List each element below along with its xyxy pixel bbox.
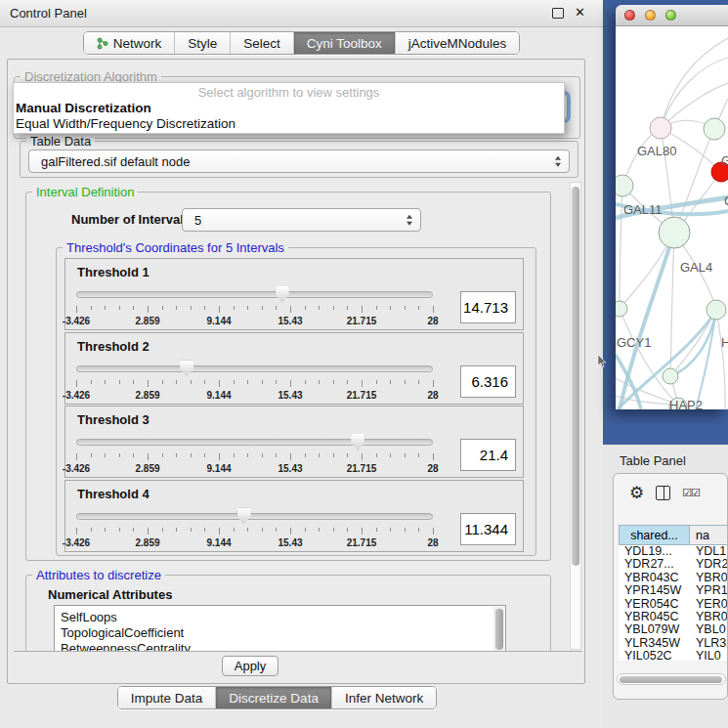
slider-tick — [319, 453, 320, 457]
select-columns-icon[interactable]: ☑☑ — [682, 487, 700, 499]
tab-jactivemnodules[interactable]: jActiveMNodules — [395, 32, 520, 54]
network-node[interactable] — [704, 118, 725, 140]
algorithm-option-manual-discretization[interactable]: Manual Discretization — [14, 101, 564, 116]
table-cell: YPR145W — [619, 584, 690, 597]
threshold-slider[interactable]: -3.4262.8599.14415.4321.71528 — [76, 506, 433, 549]
zoom-traffic-light-icon[interactable] — [665, 10, 676, 21]
tab-label: Impute Data — [131, 691, 203, 706]
slider-handle[interactable] — [276, 286, 289, 303]
column-header-name[interactable]: na — [690, 525, 728, 545]
network-node[interactable] — [663, 368, 678, 384]
slider-handle[interactable] — [351, 434, 364, 450]
table-row[interactable]: YDR27...YDR2 — [619, 558, 728, 571]
network-node[interactable] — [659, 217, 690, 248]
numerical-attributes-list[interactable]: SelfLoopsTopologicalCoefficientBetweenne… — [54, 605, 506, 651]
slider-tick-label: 2.859 — [135, 316, 159, 326]
table-row[interactable]: YDL19...YDL1 — [619, 545, 728, 558]
tab-network[interactable]: Network — [84, 32, 175, 54]
slider-tick-label: 2.859 — [135, 463, 159, 474]
combo-spinner-icon — [555, 156, 561, 167]
slider-tick — [247, 528, 248, 532]
threshold-panel-1: Threshold 1-3.4262.8599.14415.4321.71528… — [64, 258, 524, 330]
table-row[interactable]: YER054CYER0 — [619, 598, 728, 611]
slider-tick — [133, 453, 134, 457]
slider-tick-label: 15.43 — [278, 390, 302, 401]
network-node[interactable] — [650, 117, 671, 139]
threshold-slider[interactable]: -3.4262.8599.14415.4321.71528 — [76, 284, 433, 327]
table-row[interactable]: YLR345WYLR3 — [619, 637, 728, 650]
attribute-item-selfloops[interactable]: SelfLoops — [55, 610, 505, 625]
tab-cyni-toolbox[interactable]: Cyni Toolbox — [293, 32, 395, 54]
slider-track[interactable] — [76, 291, 433, 298]
network-node[interactable] — [616, 301, 627, 317]
float-window-icon[interactable] — [552, 8, 564, 19]
slider-tick — [247, 453, 248, 457]
slider-tick — [418, 306, 419, 310]
tab-impute-data[interactable]: Impute Data — [118, 687, 216, 708]
table-row[interactable]: YIL052CYIL0 — [619, 650, 728, 661]
settings-gear-icon[interactable]: ⚙ — [629, 485, 644, 501]
number-of-intervals-select[interactable]: 5 — [182, 208, 421, 232]
table-row[interactable]: YBR043CYBR0 — [619, 572, 728, 584]
network-canvas[interactable]: GAL80GACGAL11GAL4GCY1HHAP2 — [616, 26, 728, 409]
table-row[interactable]: YBR045CYBR0 — [619, 611, 728, 623]
slider-handle[interactable] — [180, 361, 193, 377]
combo-spinner-icon — [407, 215, 412, 226]
slider-tick-label: 21.715 — [347, 316, 377, 326]
algorithm-option-equal-width-frequency-discretization[interactable]: Equal Width/Frequency Discretization — [14, 116, 564, 132]
slider-handle[interactable] — [237, 508, 251, 525]
node-label-gal4: GAL4 — [680, 260, 712, 275]
slider-tick — [76, 306, 77, 313]
threshold-slider[interactable]: -3.4262.8599.14415.4321.71528 — [76, 359, 433, 402]
slider-tick — [176, 528, 177, 532]
table-header-row: shared... na — [619, 525, 728, 545]
table-cell: YLR345W — [619, 637, 690, 650]
threshold-value-field[interactable]: 14.713 — [460, 291, 516, 323]
attributes-list-scrollbar[interactable] — [493, 607, 504, 651]
slider-tick-label: -3.426 — [63, 390, 90, 401]
slider-tick — [405, 528, 406, 532]
slider-tick — [362, 453, 363, 460]
network-node[interactable] — [707, 300, 726, 320]
table-data-select[interactable]: galFiltered.sif default node — [28, 150, 570, 173]
table-row[interactable]: YPR145WYPR1 — [619, 584, 728, 597]
slider-tick — [234, 306, 235, 310]
minimize-traffic-light-icon[interactable] — [645, 10, 656, 21]
close-traffic-light-icon[interactable] — [624, 10, 635, 21]
slider-track[interactable] — [76, 439, 433, 446]
slider-tick — [290, 453, 291, 460]
attribute-item-betweennesscentrality[interactable]: BetweennessCentrality — [55, 641, 505, 651]
slider-tick-label: 9.144 — [206, 390, 231, 401]
tab-label: Network — [113, 36, 162, 51]
threshold-slider[interactable]: -3.4262.8599.14415.4321.71528 — [76, 432, 433, 475]
slider-tick — [119, 528, 120, 532]
table-cell: YIL052C — [619, 650, 690, 661]
table-horizontal-scrollbar[interactable] — [617, 673, 726, 685]
table-cell: YBL079W — [619, 623, 690, 636]
apply-button[interactable]: Apply — [222, 656, 278, 676]
tab-select[interactable]: Select — [230, 32, 293, 54]
threshold-value-field[interactable]: 6.316 — [460, 365, 516, 398]
slider-tick-label: 21.715 — [347, 463, 377, 474]
slider-track[interactable] — [76, 365, 433, 372]
threshold-value-field[interactable]: 11.344 — [460, 513, 516, 545]
close-icon[interactable]: ✕ — [575, 5, 585, 20]
column-header-shared-name[interactable]: shared... — [619, 525, 690, 545]
slider-tick — [262, 306, 263, 310]
slider-tick — [433, 306, 434, 313]
threshold-value-field[interactable]: 21.4 — [460, 439, 516, 471]
slider-tick — [405, 306, 406, 310]
network-node[interactable] — [616, 175, 633, 196]
tab-style[interactable]: Style — [174, 32, 230, 54]
slider-tick — [204, 453, 205, 457]
attribute-item-topologicalcoefficient[interactable]: TopologicalCoefficient — [55, 625, 505, 641]
threshold-label: Threshold 4 — [77, 487, 150, 501]
attributes-group: Attributes to discretize Numerical Attri… — [25, 575, 551, 651]
settings-vertical-scrollbar[interactable] — [570, 182, 581, 650]
algorithm-dropdown-popup: Select algorithm to view settings Manual… — [13, 82, 565, 134]
table-row[interactable]: YBL079WYBL0 — [619, 623, 728, 636]
tab-infer-network[interactable]: Infer Network — [331, 687, 436, 708]
slider-track[interactable] — [76, 513, 433, 520]
split-columns-icon[interactable] — [656, 486, 670, 500]
tab-discretize-data[interactable]: Discretize Data — [215, 687, 331, 708]
